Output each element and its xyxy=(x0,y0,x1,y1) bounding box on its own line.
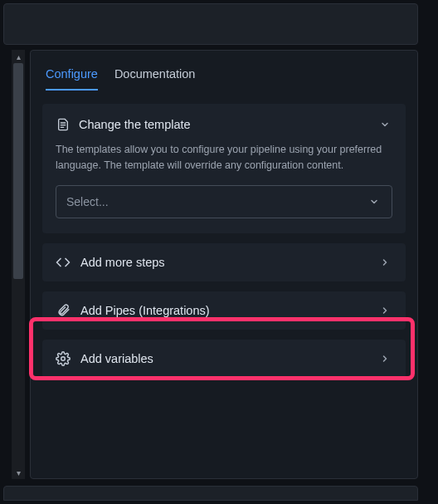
row-add-steps[interactable]: Add more steps xyxy=(42,243,406,281)
attachment-icon xyxy=(56,303,71,318)
template-description: The templates allow you to configure you… xyxy=(56,142,392,174)
svg-point-3 xyxy=(61,356,66,360)
row-add-variables[interactable]: Add variables xyxy=(42,340,406,378)
row-label: Add Pipes (Integrations) xyxy=(80,304,367,317)
footer-bar xyxy=(3,486,418,501)
gear-icon xyxy=(56,351,71,366)
chevron-down-icon xyxy=(377,117,392,132)
template-card: Change the template The templates allow … xyxy=(42,104,406,233)
content-wrap: ▴ ▾ Configure Documentation Change the t… xyxy=(12,50,418,479)
template-title: Change the template xyxy=(79,118,369,131)
row-label: Add variables xyxy=(80,352,367,365)
template-select[interactable]: Select... xyxy=(56,185,392,218)
file-icon xyxy=(56,117,71,132)
tab-documentation[interactable]: Documentation xyxy=(114,67,196,91)
chevron-right-icon xyxy=(377,255,392,270)
chevron-right-icon xyxy=(377,303,392,318)
config-panel: Configure Documentation Change the templ… xyxy=(30,50,418,479)
row-add-pipes[interactable]: Add Pipes (Integrations) xyxy=(42,291,406,330)
scroll-up-arrow[interactable]: ▴ xyxy=(12,50,25,63)
code-icon xyxy=(56,255,71,270)
tab-configure[interactable]: Configure xyxy=(46,67,98,91)
scroll-down-arrow[interactable]: ▾ xyxy=(12,466,25,479)
scroll-thumb[interactable] xyxy=(13,63,23,279)
tab-bar: Configure Documentation xyxy=(42,61,406,91)
select-placeholder: Select... xyxy=(66,195,109,208)
chevron-down-icon xyxy=(367,194,382,209)
template-card-header[interactable]: Change the template xyxy=(56,117,392,132)
top-header-bar xyxy=(3,3,418,45)
row-label: Add more steps xyxy=(80,256,367,269)
vertical-scrollbar[interactable]: ▴ ▾ xyxy=(12,50,25,479)
chevron-right-icon xyxy=(377,351,392,366)
